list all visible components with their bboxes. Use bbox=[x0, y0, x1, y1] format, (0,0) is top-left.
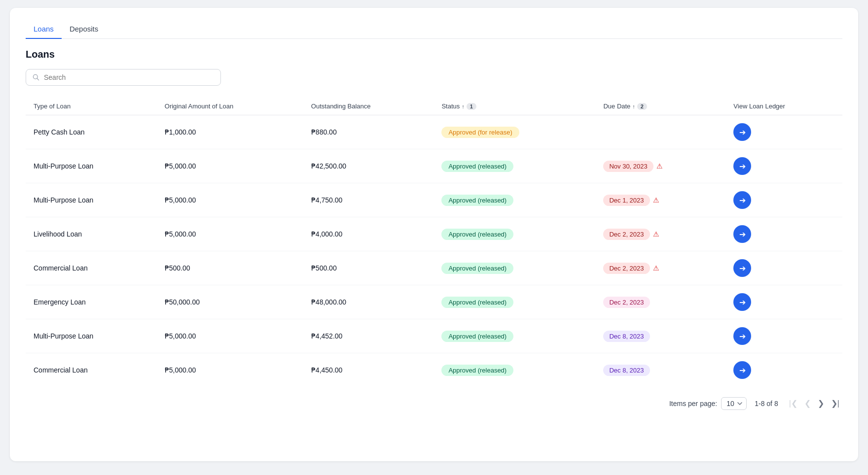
cell-view-ledger: ➔ bbox=[725, 149, 842, 183]
cell-original-amount: ₱5,000.00 bbox=[157, 353, 303, 387]
table-row: Multi-Purpose Loan₱5,000.00₱42,500.00App… bbox=[26, 149, 842, 183]
cell-status: Approved (released) bbox=[434, 353, 595, 387]
view-ledger-button[interactable]: ➔ bbox=[733, 123, 751, 141]
items-per-page-label: Items per page: bbox=[669, 400, 717, 407]
view-ledger-button[interactable]: ➔ bbox=[733, 327, 751, 345]
search-input[interactable] bbox=[44, 73, 215, 81]
due-date-badge: Dec 2, 2023 bbox=[603, 263, 650, 274]
cell-original-amount: ₱1,000.00 bbox=[157, 115, 303, 149]
cell-original-amount: ₱5,000.00 bbox=[157, 217, 303, 251]
cell-status: Approved (released) bbox=[434, 285, 595, 319]
tabs-bar: Loans Deposits bbox=[26, 20, 842, 39]
status-badge: Approved (released) bbox=[441, 297, 513, 308]
warning-icon: ⚠ bbox=[653, 230, 659, 238]
cell-type: Livelihood Loan bbox=[26, 217, 157, 251]
table-row: Commercial Loan₱5,000.00₱4,450.00Approve… bbox=[26, 353, 842, 387]
cell-type: Multi-Purpose Loan bbox=[26, 149, 157, 183]
col-view-ledger: View Loan Ledger bbox=[725, 98, 842, 115]
cell-status: Approved (released) bbox=[434, 217, 595, 251]
cell-outstanding-balance: ₱500.00 bbox=[303, 251, 434, 285]
loans-table-wrapper: Type of Loan Original Amount of Loan Out… bbox=[26, 98, 842, 387]
cell-outstanding-balance: ₱48,000.00 bbox=[303, 285, 434, 319]
status-badge: Approved (released) bbox=[441, 161, 513, 172]
due-date-badge: Nov 30, 2023 bbox=[603, 161, 653, 172]
cell-view-ledger: ➔ bbox=[725, 285, 842, 319]
warning-icon: ⚠ bbox=[653, 196, 659, 204]
status-badge: Approved (released) bbox=[441, 331, 513, 342]
status-sort-badge: 1 bbox=[467, 103, 476, 110]
warning-icon: ⚠ bbox=[653, 264, 659, 272]
due-date-badge: Dec 1, 2023 bbox=[603, 195, 650, 206]
first-page-button[interactable]: |❮ bbox=[786, 397, 800, 410]
search-box[interactable] bbox=[26, 69, 221, 86]
next-page-button[interactable]: ❯ bbox=[815, 397, 827, 410]
cell-due-date: Dec 8, 2023 bbox=[595, 353, 725, 387]
table-row: Petty Cash Loan₱1,000.00₱880.00Approved … bbox=[26, 115, 842, 149]
cell-outstanding-balance: ₱4,452.00 bbox=[303, 319, 434, 353]
cell-due-date: Nov 30, 2023⚠ bbox=[595, 149, 725, 183]
pagination-row: Items per page: 10 5 20 50 1-8 of 8 |❮ ❮… bbox=[26, 397, 842, 410]
tab-deposits[interactable]: Deposits bbox=[62, 20, 106, 39]
cell-status: Approved (released) bbox=[434, 183, 595, 217]
table-row: Livelihood Loan₱5,000.00₱4,000.00Approve… bbox=[26, 217, 842, 251]
pagination-buttons: |❮ ❮ ❯ ❯| bbox=[786, 397, 842, 410]
cell-type: Emergency Loan bbox=[26, 285, 157, 319]
main-card: Loans Deposits Loans Type of Loan Origin… bbox=[10, 8, 858, 461]
col-due-date[interactable]: Due Date ↑ 2 bbox=[595, 98, 725, 115]
table-row: Emergency Loan₱50,000.00₱48,000.00Approv… bbox=[26, 285, 842, 319]
cell-due-date: Dec 8, 2023 bbox=[595, 319, 725, 353]
cell-original-amount: ₱5,000.00 bbox=[157, 319, 303, 353]
last-page-button[interactable]: ❯| bbox=[828, 397, 842, 410]
table-row: Multi-Purpose Loan₱5,000.00₱4,750.00Appr… bbox=[26, 183, 842, 217]
status-badge: Approved (released) bbox=[441, 229, 513, 240]
view-ledger-button[interactable]: ➔ bbox=[733, 191, 751, 209]
status-badge: Approved (released) bbox=[441, 365, 513, 376]
cell-outstanding-balance: ₱42,500.00 bbox=[303, 149, 434, 183]
due-date-badge: Dec 2, 2023 bbox=[603, 229, 650, 240]
table-row: Commercial Loan₱500.00₱500.00Approved (r… bbox=[26, 251, 842, 285]
cell-type: Commercial Loan bbox=[26, 353, 157, 387]
cell-original-amount: ₱500.00 bbox=[157, 251, 303, 285]
cell-type: Petty Cash Loan bbox=[26, 115, 157, 149]
due-date-sort-arrow: ↑ bbox=[632, 103, 635, 109]
cell-outstanding-balance: ₱4,450.00 bbox=[303, 353, 434, 387]
cell-status: Approved (released) bbox=[434, 319, 595, 353]
view-ledger-button[interactable]: ➔ bbox=[733, 293, 751, 311]
col-outstanding-balance: Outstanding Balance bbox=[303, 98, 434, 115]
cell-due-date: Dec 2, 2023⚠ bbox=[595, 217, 725, 251]
cell-due-date: Dec 1, 2023⚠ bbox=[595, 183, 725, 217]
col-original-amount: Original Amount of Loan bbox=[157, 98, 303, 115]
tab-loans[interactable]: Loans bbox=[26, 20, 62, 39]
cell-view-ledger: ➔ bbox=[725, 353, 842, 387]
due-date-badge: Dec 2, 2023 bbox=[603, 297, 650, 308]
view-ledger-button[interactable]: ➔ bbox=[733, 157, 751, 175]
due-date-badge: Dec 8, 2023 bbox=[603, 331, 650, 342]
loans-table: Type of Loan Original Amount of Loan Out… bbox=[26, 98, 842, 387]
cell-original-amount: ₱5,000.00 bbox=[157, 183, 303, 217]
cell-view-ledger: ➔ bbox=[725, 217, 842, 251]
warning-icon: ⚠ bbox=[656, 162, 663, 170]
cell-type: Multi-Purpose Loan bbox=[26, 319, 157, 353]
cell-due-date bbox=[595, 115, 725, 149]
status-badge: Approved (released) bbox=[441, 195, 513, 206]
prev-page-button[interactable]: ❮ bbox=[801, 397, 814, 410]
cell-type: Commercial Loan bbox=[26, 251, 157, 285]
view-ledger-button[interactable]: ➔ bbox=[733, 259, 751, 277]
cell-outstanding-balance: ₱880.00 bbox=[303, 115, 434, 149]
cell-outstanding-balance: ₱4,750.00 bbox=[303, 183, 434, 217]
cell-view-ledger: ➔ bbox=[725, 115, 842, 149]
view-ledger-button[interactable]: ➔ bbox=[733, 361, 751, 379]
status-sort-arrow: ↑ bbox=[462, 103, 465, 109]
cell-view-ledger: ➔ bbox=[725, 183, 842, 217]
cell-due-date: Dec 2, 2023 bbox=[595, 285, 725, 319]
svg-line-1 bbox=[37, 78, 39, 80]
items-per-page: Items per page: 10 5 20 50 bbox=[669, 397, 747, 410]
view-ledger-button[interactable]: ➔ bbox=[733, 225, 751, 243]
per-page-select[interactable]: 10 5 20 50 bbox=[721, 397, 747, 410]
page-title: Loans bbox=[26, 49, 842, 60]
col-status[interactable]: Status ↑ 1 bbox=[434, 98, 595, 115]
cell-due-date: Dec 2, 2023⚠ bbox=[595, 251, 725, 285]
cell-status: Approved (for release) bbox=[434, 115, 595, 149]
search-icon bbox=[32, 73, 40, 81]
table-row: Multi-Purpose Loan₱5,000.00₱4,452.00Appr… bbox=[26, 319, 842, 353]
